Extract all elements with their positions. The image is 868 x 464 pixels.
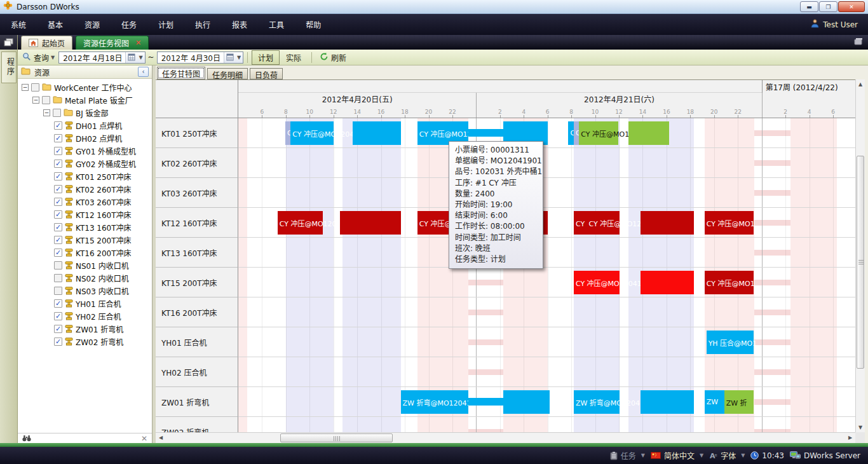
tree-item[interactable]: ✓YH01 压合机 bbox=[18, 297, 152, 310]
tree-checkbox[interactable]: ✓ bbox=[54, 338, 62, 346]
gantt-row-lane[interactable] bbox=[238, 238, 855, 268]
menu-item-执行[interactable]: 执行 bbox=[184, 14, 221, 35]
menu-item-基本[interactable]: 基本 bbox=[37, 14, 74, 35]
task-bar[interactable] bbox=[628, 121, 669, 145]
gantt-tab-任务明细[interactable]: 任务明细 bbox=[207, 68, 248, 79]
chevron-down-icon[interactable]: ▼ bbox=[741, 453, 745, 458]
tree-checkbox[interactable]: ✓ bbox=[54, 210, 62, 219]
tree-item[interactable]: ✓KT12 160T冲床 bbox=[18, 208, 152, 221]
gantt-row-lane[interactable]: CY 冲压@MO12041903CY 冲压@MO1 bbox=[238, 268, 855, 297]
calendar-icon[interactable]: ▼ bbox=[224, 52, 243, 63]
scroll-up-arrow[interactable]: ▲ bbox=[855, 79, 865, 89]
task-bar[interactable]: CY 冲压@MO12041901 bbox=[290, 121, 333, 145]
actual-toggle-button[interactable]: 实际 bbox=[280, 50, 308, 65]
task-bar[interactable] bbox=[503, 390, 550, 414]
task-bar[interactable]: CY 冲压@MO12041904 bbox=[278, 211, 323, 235]
plan-toggle-button[interactable]: 计划 bbox=[252, 50, 280, 65]
tree-expander-icon[interactable]: − bbox=[32, 97, 39, 104]
menu-item-计划[interactable]: 计划 bbox=[147, 14, 184, 35]
window-list-icon[interactable] bbox=[854, 36, 863, 48]
task-bar[interactable]: ZW bbox=[705, 390, 724, 414]
gantt-row-lane[interactable]: YH 压合@MO1 bbox=[238, 327, 855, 357]
gantt-tab-日负荷[interactable]: 日负荷 bbox=[250, 68, 283, 79]
tree-item[interactable]: ✓DH02 点焊机 bbox=[18, 132, 152, 144]
clear-filter-icon[interactable]: ✕ bbox=[141, 435, 147, 442]
task-bar[interactable]: ZW 折弯@MO12041901 bbox=[401, 390, 469, 414]
tree-checkbox[interactable]: ✓ bbox=[54, 121, 62, 130]
task-bar[interactable]: CY 冲压@MO12041903 bbox=[574, 271, 620, 294]
tree-item[interactable]: ✓ZW02 折弯机 bbox=[18, 335, 152, 348]
menu-item-帮助[interactable]: 帮助 bbox=[295, 14, 332, 35]
search-dropdown-caret[interactable]: ▼ bbox=[51, 55, 55, 60]
search-button[interactable]: 查询 bbox=[34, 52, 49, 63]
status-item-任务[interactable]: 任务▼ bbox=[610, 450, 645, 461]
tree-expander-icon[interactable]: − bbox=[43, 109, 50, 116]
date-from-input[interactable]: 2012年 4月18日 ▼ bbox=[58, 51, 145, 64]
tree-item[interactable]: ✓KT01 250T冲床 bbox=[18, 170, 152, 182]
tree-checkbox[interactable] bbox=[54, 274, 62, 282]
gantt-row-lane[interactable] bbox=[238, 417, 855, 432]
task-bar[interactable] bbox=[340, 211, 401, 235]
scroll-left-arrow[interactable]: ◀ bbox=[156, 433, 166, 442]
tree-item[interactable]: NS03 内收口机 bbox=[18, 284, 152, 297]
tree-item[interactable]: ✓KT16 200T冲床 bbox=[18, 246, 152, 259]
tree-item[interactable]: ✓DH01 点焊机 bbox=[18, 119, 152, 132]
task-bar[interactable] bbox=[468, 398, 503, 406]
windows-stack-icon[interactable] bbox=[0, 35, 17, 50]
task-bar[interactable]: CY 冲压@MO12041904 bbox=[587, 211, 619, 235]
gantt-row-lane[interactable]: CCY 冲压@MO12041901CY 冲压@MO12041901CCCY 冲压… bbox=[238, 118, 855, 148]
current-user[interactable]: Test User bbox=[811, 19, 858, 30]
refresh-button[interactable]: 刷新 bbox=[316, 51, 350, 64]
programs-vertical-tab[interactable]: 程序 bbox=[1, 51, 17, 83]
tree-branch[interactable]: −BJ 钣金部 bbox=[18, 106, 152, 119]
tree-item[interactable]: ✓GY02 外桶成型机 bbox=[18, 157, 152, 170]
task-bar[interactable] bbox=[641, 390, 694, 414]
tree-checkbox[interactable]: ✓ bbox=[54, 325, 62, 333]
tree-checkbox[interactable]: ✓ bbox=[54, 160, 62, 168]
tree-item[interactable]: NS01 内收口机 bbox=[18, 259, 152, 271]
gantt-row-lane[interactable]: CY 冲压@MO12041904CY 冲压@MO12041904CY 冲CY 冲… bbox=[238, 208, 855, 238]
task-bar[interactable]: CY 冲压@MO1 bbox=[705, 211, 754, 235]
tree-branch[interactable]: −WorkCenter 工作中心 bbox=[18, 81, 152, 93]
gantt-row-lane[interactable] bbox=[238, 297, 855, 327]
tree-checkbox[interactable]: ✓ bbox=[54, 299, 62, 308]
menu-item-资源[interactable]: 资源 bbox=[74, 14, 111, 35]
tree-item[interactable]: ✓YH02 压合机 bbox=[18, 310, 152, 322]
task-bar[interactable] bbox=[641, 211, 694, 235]
chevron-down-icon[interactable]: ▼ bbox=[700, 453, 703, 458]
restore-button[interactable]: ❐ bbox=[819, 1, 837, 12]
tree-checkbox[interactable]: ✓ bbox=[54, 236, 62, 244]
date-to-input[interactable]: 2012年 4月30日 ▼ bbox=[157, 51, 243, 64]
tree-checkbox[interactable]: ✓ bbox=[54, 185, 62, 193]
task-bar[interactable]: CY 冲压@MO1 bbox=[705, 271, 754, 294]
minimize-button[interactable]: ▬ bbox=[800, 1, 818, 12]
tree-checkbox[interactable]: ✓ bbox=[54, 223, 62, 231]
task-bar[interactable]: ZW 折 bbox=[724, 390, 754, 414]
menu-item-工具[interactable]: 工具 bbox=[258, 14, 295, 35]
tab-close-icon[interactable]: ✕ bbox=[135, 39, 141, 47]
scroll-down-arrow[interactable]: ▼ bbox=[855, 423, 865, 432]
tree-item[interactable]: ✓ZW01 折弯机 bbox=[18, 322, 152, 335]
collapse-panel-button[interactable]: ‹ bbox=[138, 67, 149, 77]
gantt-row-lane[interactable]: ZW 折弯@MO12041901ZW 折弯@MO12041901ZWZW 折 bbox=[238, 387, 855, 417]
doc-tab[interactable]: 资源任务视图✕ bbox=[76, 36, 149, 50]
menu-item-任务[interactable]: 任务 bbox=[111, 14, 147, 35]
tree-item[interactable]: ✓KT13 160T冲床 bbox=[18, 221, 152, 233]
task-bar[interactable]: YH 压合@MO1 bbox=[707, 331, 754, 354]
task-bar[interactable]: CY 冲压@MO12041902 bbox=[579, 121, 618, 145]
task-bar[interactable]: C bbox=[574, 121, 579, 145]
tree-checkbox[interactable] bbox=[42, 96, 50, 104]
task-bar[interactable]: C bbox=[285, 121, 290, 145]
vertical-scrollbar[interactable]: ▲ ▼ bbox=[855, 79, 865, 432]
tree-expander-icon[interactable]: − bbox=[22, 84, 29, 91]
tree-checkbox[interactable] bbox=[54, 261, 62, 270]
task-bar[interactable] bbox=[468, 129, 503, 137]
tree-checkbox[interactable] bbox=[54, 287, 62, 295]
scroll-right-arrow[interactable]: ▶ bbox=[845, 433, 855, 442]
close-button[interactable]: ✕ bbox=[838, 1, 865, 12]
tree-checkbox[interactable]: ✓ bbox=[54, 172, 62, 181]
tree-item[interactable]: ✓KT02 260T冲床 bbox=[18, 182, 152, 195]
task-bar[interactable]: ZW 折弯@MO12041901 bbox=[574, 390, 620, 414]
menu-item-报表[interactable]: 报表 bbox=[221, 14, 258, 35]
gantt-row-lane[interactable] bbox=[238, 148, 855, 178]
